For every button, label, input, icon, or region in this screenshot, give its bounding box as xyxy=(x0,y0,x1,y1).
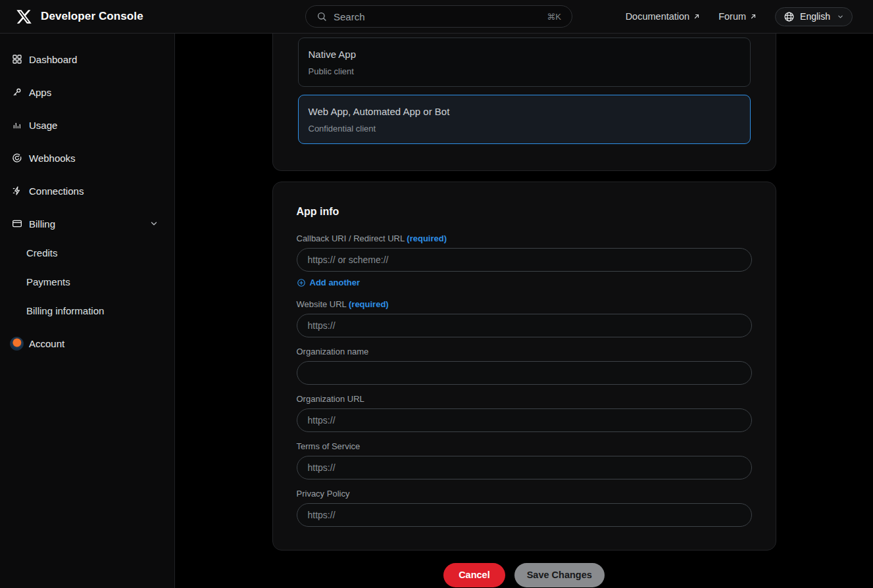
field-label-text: Organization name xyxy=(297,347,369,356)
cancel-button[interactable]: Cancel xyxy=(443,563,505,587)
search-shortcut: ⌘K xyxy=(547,12,561,22)
sidebar-item-label: Webhooks xyxy=(29,153,76,164)
external-link-icon xyxy=(693,12,701,20)
save-changes-button[interactable]: Save Changes xyxy=(514,563,605,587)
option-subtitle: Public client xyxy=(309,66,740,76)
sidebar-item-label: Connections xyxy=(29,185,84,197)
bolt-icon xyxy=(12,185,22,196)
organization-name-input[interactable] xyxy=(297,361,752,385)
key-icon xyxy=(12,87,22,97)
privacy-policy-input[interactable] xyxy=(297,503,752,527)
terms-of-service-input[interactable] xyxy=(297,456,752,479)
field-callback-url: Callback URI / Redirect URL (required) A… xyxy=(297,233,752,290)
field-label: Terms of Service xyxy=(297,441,752,451)
required-badge: (required) xyxy=(407,233,447,243)
add-another-label: Add another xyxy=(310,278,361,287)
organization-url-input[interactable] xyxy=(297,408,752,432)
option-subtitle: Confidential client xyxy=(309,124,740,134)
sidebar-item-label: Account xyxy=(29,338,64,349)
form-actions: Cancel Save Changes xyxy=(272,563,776,587)
field-privacy-policy: Privacy Policy xyxy=(297,489,752,527)
add-another-link[interactable]: Add another xyxy=(297,278,361,287)
sidebar-item-label: Usage xyxy=(29,120,57,131)
brand: Developer Console xyxy=(16,9,143,25)
language-selector[interactable]: English xyxy=(775,7,853,26)
documentation-link[interactable]: Documentation xyxy=(626,11,701,22)
sidebar-item-webhooks[interactable]: Webhooks xyxy=(0,141,174,174)
app-title: Developer Console xyxy=(41,10,143,23)
field-label-text: Callback URI / Redirect URL xyxy=(297,233,405,243)
sidebar-item-dashboard[interactable]: Dashboard xyxy=(0,43,174,76)
sidebar-item-label: Apps xyxy=(29,87,51,98)
field-label: Organization name xyxy=(297,347,752,356)
sidebar-item-label: Dashboard xyxy=(29,54,77,65)
sidebar-item-usage[interactable]: Usage xyxy=(0,109,174,141)
field-organization-name: Organization name xyxy=(297,347,752,385)
field-label-text: Website URL xyxy=(297,299,347,309)
search-icon xyxy=(316,11,327,22)
sidebar-item-payments[interactable]: Payments xyxy=(0,267,174,296)
client-type-option-web-app[interactable]: Web App, Automated App or Bot Confidenti… xyxy=(298,95,751,144)
field-label: Website URL (required) xyxy=(297,299,752,309)
field-label: Privacy Policy xyxy=(297,489,752,499)
sidebar-subitem-label: Credits xyxy=(26,247,58,258)
globe-icon xyxy=(784,11,795,22)
sidebar-item-billing[interactable]: Billing xyxy=(0,207,174,240)
credit-card-icon xyxy=(12,218,22,229)
bar-chart-icon xyxy=(12,120,22,130)
sidebar-item-account[interactable]: Account xyxy=(0,327,174,360)
external-link-icon xyxy=(749,12,757,20)
forum-link[interactable]: Forum xyxy=(718,11,757,22)
field-website-url: Website URL (required) xyxy=(297,299,752,337)
sidebar: Dashboard Apps Usage Webhooks xyxy=(0,34,175,588)
sidebar-item-billing-information[interactable]: Billing information xyxy=(0,296,174,325)
developer-console-app: Developer Console ⌘K Documentation Forum… xyxy=(0,0,873,588)
chevron-down-icon xyxy=(837,13,844,20)
sidebar-item-apps[interactable]: Apps xyxy=(0,76,174,109)
search-input[interactable] xyxy=(334,11,540,22)
plus-circle-icon xyxy=(297,278,306,287)
sidebar-subitem-label: Billing information xyxy=(26,305,104,316)
field-label-text: Privacy Policy xyxy=(297,489,350,499)
field-label: Callback URI / Redirect URL (required) xyxy=(297,233,752,243)
field-label-text: Organization URL xyxy=(297,394,364,404)
website-url-input[interactable] xyxy=(297,314,752,337)
client-type-card: Native App Public client Web App, Automa… xyxy=(272,34,776,171)
callback-url-input[interactable] xyxy=(297,248,752,272)
top-bar: Developer Console ⌘K Documentation Forum… xyxy=(0,0,873,34)
grid-icon xyxy=(12,54,22,64)
section-title: App info xyxy=(297,206,752,218)
client-type-option-native-app[interactable]: Native App Public client xyxy=(298,37,751,87)
x-logo-icon xyxy=(16,9,32,25)
main-content: Native App Public client Web App, Automa… xyxy=(175,34,873,588)
sidebar-item-label: Billing xyxy=(29,218,55,230)
required-badge: (required) xyxy=(349,299,389,309)
documentation-link-label: Documentation xyxy=(626,11,690,22)
chevron-down-icon xyxy=(149,219,159,228)
field-organization-url: Organization URL xyxy=(297,394,752,432)
webhook-icon xyxy=(12,153,22,163)
forum-link-label: Forum xyxy=(718,11,746,22)
option-title: Web App, Automated App or Bot xyxy=(309,106,740,117)
field-terms-of-service: Terms of Service xyxy=(297,441,752,479)
search-bar[interactable]: ⌘K xyxy=(305,5,572,28)
language-label: English xyxy=(800,11,830,22)
sidebar-subitem-label: Payments xyxy=(26,276,70,287)
header-links: Documentation Forum English xyxy=(626,7,853,26)
sidebar-item-credits[interactable]: Credits xyxy=(0,238,174,267)
app-info-card: App info Callback URI / Redirect URL (re… xyxy=(272,182,776,551)
option-title: Native App xyxy=(309,49,740,60)
sidebar-item-connections[interactable]: Connections xyxy=(0,174,174,207)
avatar xyxy=(10,337,24,351)
field-label: Organization URL xyxy=(297,394,752,404)
billing-submenu: Credits Payments Billing information xyxy=(0,238,174,325)
field-label-text: Terms of Service xyxy=(297,441,361,451)
